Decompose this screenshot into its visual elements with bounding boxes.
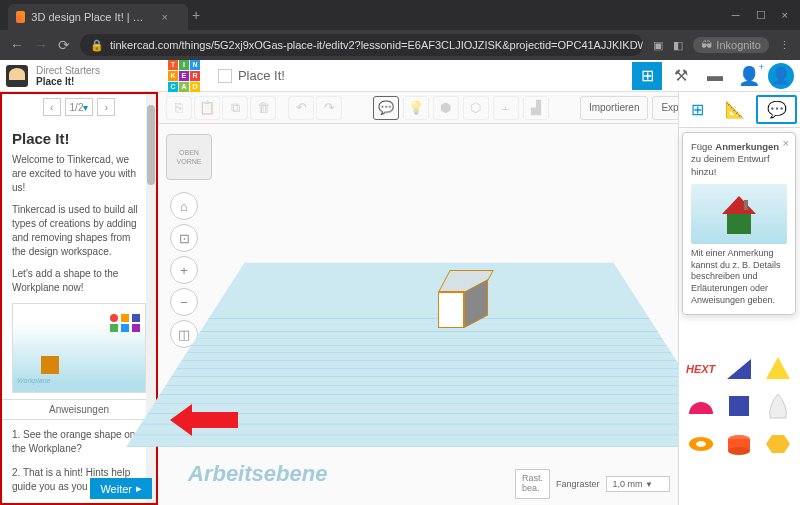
ungroup-button[interactable]: ⬡: [463, 96, 489, 120]
extension-icon-2[interactable]: ◧: [673, 39, 683, 52]
import-button[interactable]: Importieren: [580, 96, 649, 120]
group-button[interactable]: ⬢: [433, 96, 459, 120]
grid-view-button[interactable]: ⊞: [632, 62, 662, 90]
annotation-popup: × Füge Anmerkungen zu deinem Entwurf hin…: [682, 132, 796, 315]
tinkercad-mascot[interactable]: [6, 65, 28, 87]
lesson-page-nav: ‹ 1/2▾ ›: [2, 94, 156, 120]
url-text: tinkercad.com/things/5G2xj9xOGas-place-i…: [110, 39, 643, 51]
blocks-button[interactable]: ⚒: [666, 62, 696, 90]
mirror-button[interactable]: ▟: [523, 96, 549, 120]
notes-tab[interactable]: 💬: [756, 95, 797, 124]
app-header: Direct Starters Place It! TINKERCAD Plac…: [0, 60, 800, 92]
grid-icon: ⊞: [691, 100, 704, 119]
url-input[interactable]: 🔒 tinkercad.com/things/5G2xj9xOGas-place…: [80, 34, 643, 56]
project-name-text: Place It!: [238, 68, 285, 83]
duplicate-button[interactable]: ⧉: [222, 96, 248, 120]
shape-pyramid[interactable]: [762, 352, 794, 384]
close-window-icon[interactable]: ×: [782, 9, 788, 22]
project-name[interactable]: Place It!: [218, 68, 285, 83]
design-canvas[interactable]: ⎘ 📋 ⧉ 🗑 ↶ ↷ 💬 💡 ⬢ ⬡ ⫠ ▟ Importieren Expo…: [158, 92, 800, 505]
next-button-label: Weiter: [100, 483, 132, 495]
chevron-down-icon: ▼: [645, 480, 653, 489]
page-next-button[interactable]: ›: [97, 98, 115, 116]
panel-tabs: ⊞ 📐 💬: [679, 92, 800, 128]
menu-icon[interactable]: ⋮: [779, 39, 790, 52]
bricks-button[interactable]: ▬: [700, 62, 730, 90]
popup-title: Füge Anmerkungen zu deinem Entwurf hinzu…: [691, 141, 787, 178]
snap-grid-select[interactable]: 1,0 mm ▼: [606, 476, 670, 492]
svg-marker-10: [722, 196, 756, 214]
svg-point-5: [696, 441, 706, 447]
browser-tab[interactable]: 3D design Place It! | Tinkercad ×: [8, 4, 188, 30]
next-button[interactable]: Weiter ▸: [90, 478, 152, 499]
breadcrumb-parent[interactable]: Direct Starters: [36, 65, 100, 76]
minimize-icon[interactable]: ─: [732, 9, 740, 22]
breadcrumb: Direct Starters Place It!: [36, 65, 100, 87]
shape-wedge[interactable]: [723, 352, 755, 384]
page-prev-button[interactable]: ‹: [43, 98, 61, 116]
visibility-button[interactable]: 💡: [403, 96, 429, 120]
page-indicator: 1/2▾: [65, 98, 94, 116]
ruler-tab[interactable]: 📐: [716, 92, 753, 127]
tinkercad-logo[interactable]: TINKERCAD: [168, 60, 200, 92]
shape-box[interactable]: [723, 390, 755, 422]
edit-icon[interactable]: [218, 69, 232, 83]
extension-icon[interactable]: ▣: [653, 39, 663, 52]
shape-torus[interactable]: [685, 428, 717, 460]
svg-marker-9: [766, 435, 790, 453]
reload-icon[interactable]: ⟳: [58, 37, 70, 53]
breadcrumb-current: Place It!: [36, 76, 100, 87]
shape-tube[interactable]: [723, 428, 755, 460]
shape-halfsphere[interactable]: [685, 390, 717, 422]
delete-button[interactable]: 🗑: [250, 96, 276, 120]
shape-paraboloid[interactable]: [762, 390, 794, 422]
instructions-heading: Anweisungen: [2, 399, 156, 420]
workplane-watermark: Arbeitsebene: [188, 461, 327, 487]
svg-text:HEXT: HEXT: [686, 363, 716, 375]
notes-toggle[interactable]: 💬: [373, 96, 399, 120]
align-button[interactable]: ⫠: [493, 96, 519, 120]
lesson-step-1: 1. See the orange shape on the Workplane…: [12, 428, 146, 456]
popup-body: Mit einer Anmerkung kannst du z. B. Deta…: [691, 248, 787, 306]
workplane[interactable]: Arbeitsebene: [188, 134, 670, 495]
lock-icon: 🔒: [90, 39, 104, 52]
new-tab-button[interactable]: +: [192, 7, 200, 23]
chevron-right-icon: ▸: [136, 482, 142, 495]
edit-grid-button[interactable]: Rast.bea.: [515, 469, 550, 499]
grid-snap-controls: Rast.bea. Fangraster 1,0 mm ▼: [515, 469, 670, 499]
snap-label: Fangraster: [556, 479, 600, 489]
undo-button[interactable]: ↶: [288, 96, 314, 120]
speech-icon: 💬: [767, 100, 787, 119]
shapes-library: HEXT: [685, 352, 794, 460]
svg-marker-13: [170, 404, 238, 436]
browser-tab-bar: 3D design Place It! | Tinkercad × + ─ ☐ …: [0, 0, 800, 30]
back-icon[interactable]: ←: [10, 37, 24, 53]
close-icon[interactable]: ×: [783, 137, 789, 149]
lesson-title: Place It!: [12, 130, 146, 147]
avatar[interactable]: 👤: [768, 63, 794, 89]
svg-rect-11: [727, 214, 751, 234]
forward-icon[interactable]: →: [34, 37, 48, 53]
favicon: [16, 11, 25, 23]
redo-button[interactable]: ↷: [316, 96, 342, 120]
svg-marker-1: [727, 359, 751, 379]
lesson-preview-image: Workplane: [12, 303, 146, 393]
add-user-button[interactable]: 👤+: [734, 62, 764, 90]
copy-button[interactable]: ⎘: [166, 96, 192, 120]
paste-button[interactable]: 📋: [194, 96, 220, 120]
svg-rect-12: [744, 200, 748, 210]
tab-title: 3D design Place It! | Tinkercad: [31, 11, 147, 23]
maximize-icon[interactable]: ☐: [756, 9, 766, 22]
hint-cube-shape[interactable]: [438, 270, 488, 330]
lesson-intro-3: Let's add a shape to the Workplane now!: [12, 267, 146, 295]
svg-marker-2: [766, 357, 790, 379]
shape-text[interactable]: HEXT: [685, 352, 717, 384]
close-tab-icon[interactable]: ×: [162, 11, 168, 23]
annotation-arrow: [170, 402, 240, 438]
svg-point-8: [728, 447, 750, 455]
workplane-tab[interactable]: ⊞: [679, 92, 716, 127]
lesson-intro-2: Tinkercad is used to build all types of …: [12, 203, 146, 259]
shape-hexagon[interactable]: [762, 428, 794, 460]
url-bar: ← → ⟳ 🔒 tinkercad.com/things/5G2xj9xOGas…: [0, 30, 800, 60]
popup-preview-image: [691, 184, 787, 244]
